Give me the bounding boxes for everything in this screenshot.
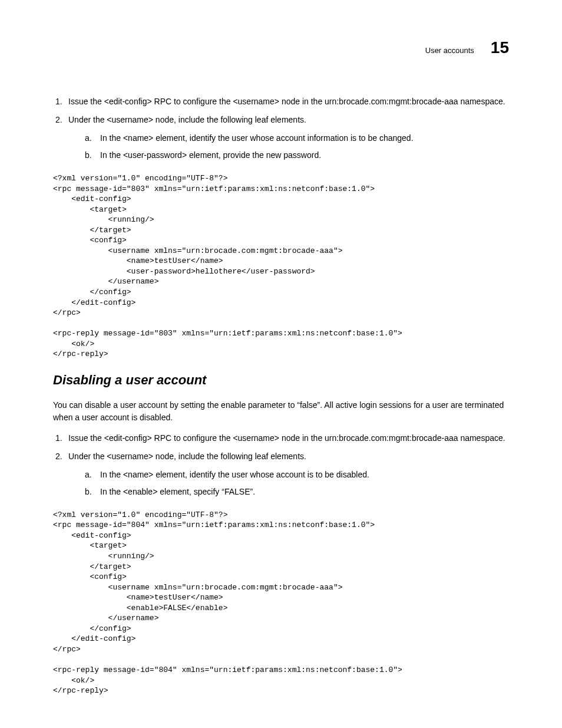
sub-list-text: In the <name> element, identify the user… <box>100 132 509 144</box>
list-item: 2. Under the <username> node, include th… <box>55 114 509 166</box>
sub-list-item: a. In the <name> element, identify the u… <box>85 469 509 481</box>
list-text: Under the <username> node, include the f… <box>68 450 509 503</box>
header-title: User accounts <box>425 45 474 57</box>
list-number: 2. <box>55 114 68 166</box>
code-block-1: <?xml version="1.0" encoding="UTF-8"?> <… <box>53 173 509 360</box>
sub-list-item: a. In the <name> element, identify the u… <box>85 132 509 144</box>
sub-list: a. In the <name> element, identify the u… <box>68 132 509 162</box>
sub-list-text: In the <user-password> element, provide … <box>100 149 509 162</box>
list-number: 1. <box>55 95 68 108</box>
list-number: 2. <box>55 450 68 503</box>
list-text-span: Under the <username> node, include the f… <box>68 115 306 124</box>
header-chapter-number: 15 <box>491 35 509 60</box>
list-item: 1. Issue the <edit-config> RPC to config… <box>55 95 509 108</box>
list-text-span: Under the <username> node, include the f… <box>68 452 306 461</box>
sub-list-letter: b. <box>85 149 100 162</box>
sub-list-text: In the <name> element, identify the user… <box>100 469 509 481</box>
list-text: Under the <username> node, include the f… <box>68 114 509 166</box>
list-item: 1. Issue the <edit-config> RPC to config… <box>55 432 509 444</box>
sub-list-text: In the <enable> element, specify “FALSE”… <box>100 486 509 498</box>
page-header: User accounts 15 <box>53 35 509 60</box>
list-number: 1. <box>55 432 68 444</box>
sub-list-letter: b. <box>85 486 100 498</box>
section-intro: You can disable a user account by settin… <box>53 399 509 424</box>
sub-list-item: b. In the <user-password> element, provi… <box>85 149 509 162</box>
sub-list-item: b. In the <enable> element, specify “FAL… <box>85 486 509 498</box>
list-text: Issue the <edit-config> RPC to configure… <box>68 95 509 108</box>
list-text: Issue the <edit-config> RPC to configure… <box>68 432 509 444</box>
procedure-list-1: 1. Issue the <edit-config> RPC to config… <box>55 95 509 166</box>
sub-list-letter: a. <box>85 469 100 481</box>
list-item: 2. Under the <username> node, include th… <box>55 450 509 503</box>
sub-list-letter: a. <box>85 132 100 144</box>
section-heading: Disabling a user account <box>53 370 509 390</box>
sub-list: a. In the <name> element, identify the u… <box>68 469 509 498</box>
code-block-2: <?xml version="1.0" encoding="UTF-8"?> <… <box>53 510 509 696</box>
procedure-list-2: 1. Issue the <edit-config> RPC to config… <box>55 432 509 503</box>
